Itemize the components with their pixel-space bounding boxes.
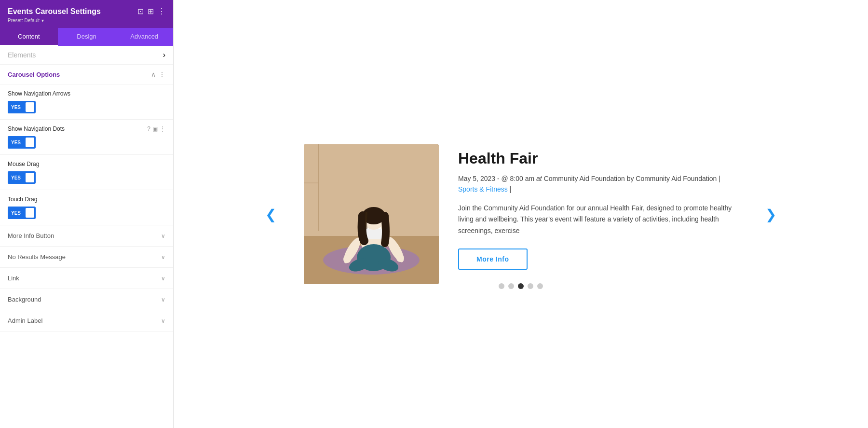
- tab-design[interactable]: Design: [58, 28, 116, 46]
- carousel-container: ❮: [256, 125, 786, 304]
- carousel-options-title: Carousel Options: [8, 71, 60, 78]
- setting-label-mouse-drag: Mouse Drag: [8, 161, 165, 167]
- tab-content[interactable]: Content: [0, 28, 58, 46]
- event-image: [304, 144, 439, 284]
- help-icon[interactable]: ?: [147, 125, 150, 132]
- setting-label-touch-drag: Touch Drag: [8, 196, 165, 203]
- collapsible-title-link: Link: [8, 275, 19, 282]
- carousel-prev-button[interactable]: ❮: [260, 201, 281, 227]
- toggle-nav-arrows[interactable]: YES: [8, 101, 165, 113]
- svg-point-15: [343, 255, 351, 263]
- elements-title: Elements: [8, 51, 36, 59]
- sidebar: Events Carousel Settings ⊡ ⊞ ⋮ Preset: D…: [0, 0, 174, 428]
- setting-show-nav-dots: Show Navigation Dots ? ▣ ⋮ YES: [0, 120, 173, 155]
- toggle-mouse-drag[interactable]: YES: [8, 171, 165, 184]
- preset-label: Preset: Default ▾: [8, 18, 165, 23]
- tab-advanced[interactable]: Advanced: [115, 28, 173, 46]
- collapsible-admin-label[interactable]: Admin Label ∨: [0, 310, 173, 331]
- carousel-dots: [499, 283, 543, 289]
- toggle-mouse-drag-control[interactable]: YES: [8, 171, 36, 184]
- toggle-thumb: [26, 138, 34, 147]
- setting-label-nav-dots: Show Navigation Dots ? ▣ ⋮: [8, 125, 165, 132]
- collapsible-more-info-button[interactable]: More Info Button ∨: [0, 225, 173, 247]
- setting-mouse-drag: Mouse Drag YES: [0, 155, 173, 190]
- collapsible-no-results[interactable]: No Results Message ∨: [0, 247, 173, 268]
- toggle-nav-arrows-control[interactable]: YES: [8, 101, 36, 113]
- event-org: Community Aid Foundation by Community Ai…: [542, 175, 720, 182]
- tabs: Content Design Advanced: [0, 28, 173, 46]
- setting-label-nav-arrows: Show Navigation Arrows: [8, 90, 165, 97]
- toggle-touch-drag-control[interactable]: YES: [8, 207, 36, 219]
- chevron-down-icon: ∨: [161, 275, 165, 282]
- dots-menu-icon[interactable]: ⋮: [160, 125, 165, 132]
- sidebar-title: Events Carousel Settings: [8, 7, 101, 16]
- sidebar-body: Elements › Carousel Options ∧ ⋮ Show Nav…: [0, 46, 173, 428]
- device-icon[interactable]: ▣: [152, 125, 158, 132]
- collapsible-link[interactable]: Link ∨: [0, 268, 173, 289]
- collapse-icon[interactable]: ∧: [151, 70, 156, 78]
- event-card: Health Fair May 5, 2023 - @ 8:00 am at C…: [304, 144, 738, 284]
- event-title: Health Fair: [458, 149, 738, 167]
- prev-arrow-icon: ❮: [265, 207, 276, 221]
- setting-label-icons: ? ▣ ⋮: [147, 125, 165, 132]
- more-info-button[interactable]: More Info: [458, 249, 528, 270]
- event-date: May 5, 2023 - @ 8:00 am: [458, 175, 536, 182]
- dot-3[interactable]: [518, 283, 524, 289]
- event-at: at: [536, 175, 542, 182]
- carousel-options-header: Carousel Options ∧ ⋮: [0, 65, 173, 84]
- toggle-nav-dots-control[interactable]: YES: [8, 136, 36, 149]
- menu-icon[interactable]: ⋮: [159, 70, 165, 78]
- dot-1[interactable]: [499, 283, 504, 289]
- event-meta: May 5, 2023 - @ 8:00 am at Community Aid…: [458, 173, 738, 195]
- chevron-down-icon: ∨: [161, 296, 165, 303]
- elements-collapse-icon[interactable]: ›: [163, 51, 165, 59]
- preview-icon[interactable]: ⊡: [137, 7, 144, 16]
- collapsible-title-background: Background: [8, 296, 41, 303]
- dot-5[interactable]: [537, 283, 543, 289]
- toggle-thumb: [26, 102, 34, 112]
- event-info: Health Fair May 5, 2023 - @ 8:00 am at C…: [458, 144, 738, 270]
- layout-icon[interactable]: ⊞: [148, 7, 154, 16]
- toggle-thumb: [26, 208, 34, 218]
- toggle-nav-dots[interactable]: YES: [8, 136, 165, 149]
- collapsible-title-admin-label: Admin Label: [8, 317, 42, 324]
- sidebar-header: Events Carousel Settings ⊡ ⊞ ⋮ Preset: D…: [0, 0, 173, 28]
- collapsible-title-more-info: More Info Button: [8, 232, 54, 239]
- event-image-svg: [304, 144, 439, 284]
- main-content: ❮: [174, 0, 868, 428]
- setting-show-nav-arrows: Show Navigation Arrows YES: [0, 84, 173, 120]
- collapsible-background[interactable]: Background ∨: [0, 289, 173, 310]
- dot-4[interactable]: [528, 283, 533, 289]
- carousel-options-controls: ∧ ⋮: [151, 70, 165, 78]
- svg-point-16: [396, 254, 404, 262]
- collapsible-title-no-results: No Results Message: [8, 253, 66, 261]
- event-category-link[interactable]: Sports & Fitness: [458, 185, 508, 193]
- chevron-down-icon: ∨: [161, 233, 165, 239]
- next-arrow-icon: ❯: [765, 207, 776, 221]
- dot-2[interactable]: [508, 283, 514, 289]
- toggle-thumb: [26, 173, 34, 182]
- setting-touch-drag: Touch Drag YES: [0, 190, 173, 225]
- carousel-next-button[interactable]: ❯: [760, 201, 781, 227]
- chevron-down-icon: ∨: [161, 318, 165, 324]
- toggle-touch-drag[interactable]: YES: [8, 207, 165, 219]
- event-description: Join the Community Aid Foundation for ou…: [458, 203, 738, 237]
- header-icons: ⊡ ⊞ ⋮: [137, 7, 165, 16]
- elements-section: Elements ›: [0, 46, 173, 65]
- event-pipe: |: [508, 185, 512, 193]
- more-options-icon[interactable]: ⋮: [158, 7, 165, 16]
- chevron-down-icon: ∨: [161, 254, 165, 261]
